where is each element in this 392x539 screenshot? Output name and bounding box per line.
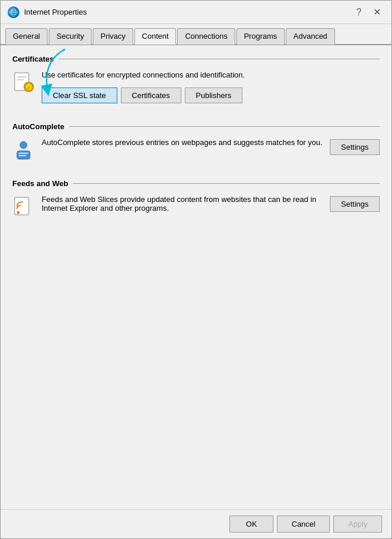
certificates-title: Certificates xyxy=(12,55,380,63)
tab-privacy[interactable]: Privacy xyxy=(93,28,133,45)
svg-rect-4 xyxy=(17,76,26,78)
app-icon xyxy=(8,6,19,18)
arrow-annotation: Clear SSL state xyxy=(42,87,117,103)
certificates-button[interactable]: Certificates xyxy=(121,87,181,103)
tab-advanced[interactable]: Advanced xyxy=(286,28,335,45)
autocomplete-settings-button[interactable]: Settings xyxy=(330,139,380,155)
autocomplete-description: AutoComplete stores previous entries on … xyxy=(42,138,323,147)
tab-security[interactable]: Security xyxy=(49,28,92,45)
autocomplete-section: AutoComplete AutoComplete stores previou… xyxy=(12,122,380,167)
tab-connections[interactable]: Connections xyxy=(177,28,235,45)
tab-general[interactable]: General xyxy=(5,28,48,45)
svg-text:✓: ✓ xyxy=(27,86,31,90)
feeds-description: Feeds and Web Slices provide updated con… xyxy=(42,195,323,213)
window-title: Internet Properties xyxy=(24,8,87,16)
certificates-description: Use certificates for encrypted connectio… xyxy=(42,70,380,103)
publishers-button[interactable]: Publishers xyxy=(185,87,243,103)
clear-ssl-button[interactable]: Clear SSL state xyxy=(42,87,117,103)
tab-programs[interactable]: Programs xyxy=(236,28,285,45)
close-button[interactable]: ✕ xyxy=(370,5,384,19)
cancel-button[interactable]: Cancel xyxy=(277,516,330,533)
ok-button[interactable]: OK xyxy=(229,516,273,533)
feeds-icon xyxy=(12,195,35,217)
help-button[interactable]: ? xyxy=(353,6,365,19)
certificate-buttons-row: Clear SSL state Certificates Publishers xyxy=(42,87,380,103)
svg-rect-10 xyxy=(17,151,30,159)
feeds-settings-button[interactable]: Settings xyxy=(330,196,380,212)
certificates-icon: ✓ xyxy=(12,70,35,93)
feeds-title: Feeds and Web xyxy=(12,179,380,188)
title-bar: Internet Properties ? ✕ xyxy=(1,1,391,24)
svg-rect-5 xyxy=(17,79,24,80)
autocomplete-title: AutoComplete xyxy=(12,122,380,131)
title-bar-left: Internet Properties xyxy=(8,6,87,18)
svg-point-14 xyxy=(17,211,20,214)
tab-bar: General Security Privacy Content Connect… xyxy=(1,24,391,45)
svg-point-9 xyxy=(20,142,27,149)
apply-button[interactable]: Apply xyxy=(333,516,382,533)
feeds-section: Feeds and Web Feeds and Web Slices provi… xyxy=(12,179,380,224)
main-content: Certificates ✓ Use cer xyxy=(1,45,391,509)
tab-content[interactable]: Content xyxy=(134,28,177,45)
certificates-section: Certificates ✓ Use cer xyxy=(12,55,380,110)
autocomplete-icon xyxy=(12,138,35,160)
title-bar-controls: ? ✕ xyxy=(353,5,384,19)
bottom-bar: OK Cancel Apply xyxy=(1,509,391,538)
internet-properties-window: Internet Properties ? ✕ General Security… xyxy=(0,0,392,539)
